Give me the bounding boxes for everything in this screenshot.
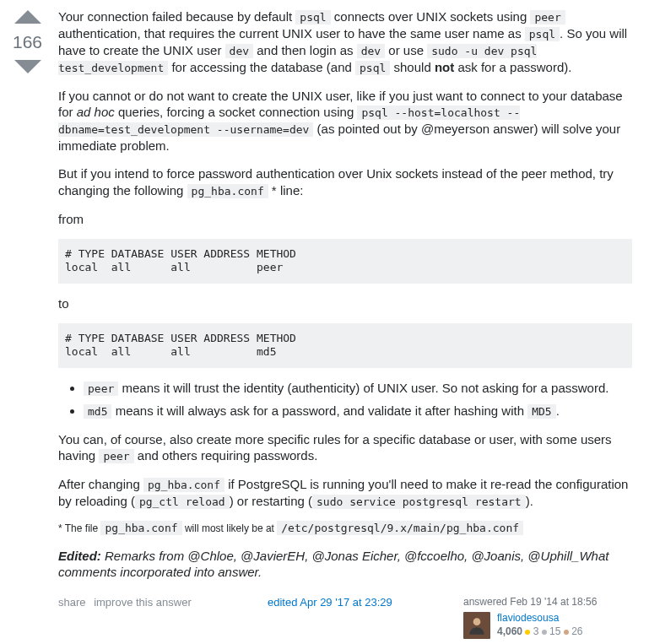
code-inline: pg_hba.conf [100, 521, 181, 535]
action-links: share improve this answer [58, 596, 197, 610]
code-inline: psql [355, 61, 390, 75]
code-inline: peer [99, 449, 133, 463]
code-inline: pg_ctl reload [135, 495, 230, 509]
user-card: answered Feb 19 '14 at 18:56 flaviodesou… [463, 596, 632, 640]
code-inline: MD5 [527, 404, 555, 419]
paragraph: But if you intend to force password auth… [58, 165, 632, 198]
code-inline: md5 [84, 404, 111, 419]
code-inline: sudo service postgresql restart [312, 495, 526, 509]
user-stats: 4,060 3 15 26 [497, 625, 583, 639]
code-inline: peer [84, 382, 118, 396]
footnote: * The file pg_hba.conf will most likely … [58, 522, 632, 536]
code-inline: /etc/postgresql/9.x/main/pg_hba.conf [277, 521, 523, 535]
label-to: to [58, 295, 632, 312]
svg-point-0 [473, 619, 481, 626]
paragraph: After changing pg_hba.conf if PostgreSQL… [58, 476, 632, 510]
label-from: from [58, 211, 632, 228]
code-block: # TYPE DATABASE USER ADDRESS METHOD loca… [58, 239, 632, 284]
code-inline: dev [357, 44, 385, 58]
paragraph: You can, of course, also create more spe… [58, 431, 632, 464]
vote-count: 166 [13, 30, 42, 53]
share-link[interactable]: share [58, 596, 86, 609]
answered-time: answered Feb 19 '14 at 18:56 [463, 596, 632, 609]
paragraph: Your connection failed because by defaul… [58, 8, 632, 76]
paragraph: If you cannot or do not want to create t… [58, 88, 632, 154]
list-item: md5 means it will always ask for a passw… [84, 403, 632, 419]
upvote-icon[interactable] [14, 10, 41, 24]
downvote-icon[interactable] [14, 60, 41, 73]
edited-link[interactable]: edited Apr 29 '17 at 23:29 [268, 596, 392, 609]
code-inline: dev [225, 44, 253, 58]
avatar[interactable] [463, 612, 490, 639]
bullet-list: peer means it will trust the identity (a… [58, 380, 632, 419]
bronze-badge-icon [564, 630, 569, 635]
edited-remarks: Edited: Remarks from @Chloe, @JavierEH, … [58, 548, 632, 581]
reputation: 4,060 [497, 625, 522, 637]
code-block: # TYPE DATABASE USER ADDRESS METHOD loca… [58, 323, 632, 368]
list-item: peer means it will trust the identity (a… [84, 380, 632, 397]
silver-badge-icon [542, 630, 547, 635]
code-inline: psql [525, 27, 560, 41]
code-inline: pg_hba.conf [143, 478, 224, 492]
avatar-icon [466, 614, 488, 636]
answer-body: Your connection failed because by defaul… [46, 8, 641, 639]
vote-column: 166 [8, 8, 46, 639]
code-inline: peer [530, 10, 565, 24]
edited-info: edited Apr 29 '17 at 23:29 [268, 596, 392, 610]
code-inline: psql [295, 10, 330, 24]
user-name-link[interactable]: flaviodesousa [497, 612, 583, 625]
code-inline: pg_hba.conf [187, 184, 268, 198]
improve-link[interactable]: improve this answer [94, 596, 192, 609]
gold-badge-icon [525, 630, 530, 635]
post-actions: share improve this answer edited Apr 29 … [58, 596, 632, 640]
